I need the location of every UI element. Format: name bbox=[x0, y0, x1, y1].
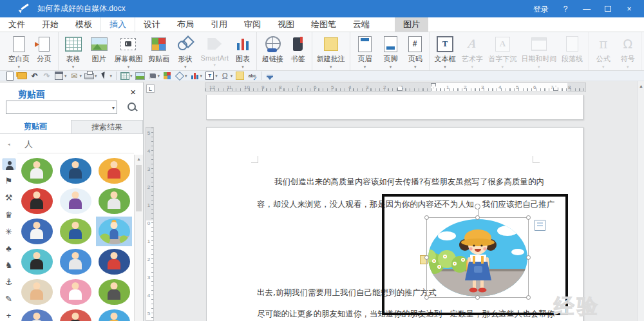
quickbar-item[interactable] bbox=[135, 71, 145, 81]
clipart-thumbnail[interactable] bbox=[60, 219, 91, 244]
quickbar-item[interactable] bbox=[162, 71, 172, 81]
menu-tab[interactable]: 模板 bbox=[67, 17, 100, 32]
quickbar-item[interactable]: ▾ bbox=[205, 71, 218, 81]
resize-handle[interactable] bbox=[424, 255, 429, 260]
quickbar-item[interactable] bbox=[247, 71, 257, 81]
selected-image[interactable] bbox=[426, 217, 529, 298]
quickbar-item[interactable] bbox=[265, 71, 274, 81]
clipart-thumbnail-cell[interactable] bbox=[96, 156, 132, 186]
clipart-thumbnail[interactable] bbox=[21, 309, 53, 321]
clipart-category-icon[interactable]: ✳ bbox=[3, 226, 15, 237]
resize-handle[interactable] bbox=[526, 215, 531, 220]
clipart-thumbnail[interactable] bbox=[60, 188, 91, 214]
help-button[interactable]: ? bbox=[561, 5, 570, 14]
ribbon-button[interactable]: 书签 bbox=[287, 32, 312, 70]
quickbar-item[interactable]: ▾ bbox=[175, 71, 187, 81]
clipart-thumbnail[interactable] bbox=[99, 279, 130, 305]
quickbar-item[interactable]: ✉ ▾ bbox=[70, 71, 82, 81]
tab-stop-selector[interactable]: L bbox=[146, 84, 155, 93]
clipart-thumbnail[interactable] bbox=[21, 219, 53, 244]
resize-handle[interactable] bbox=[475, 215, 480, 220]
clipart-thumbnail[interactable] bbox=[21, 279, 53, 305]
quickbar-item[interactable]: ▾ bbox=[84, 71, 97, 81]
clipart-thumbnail-cell[interactable] bbox=[57, 156, 93, 186]
resize-handle[interactable] bbox=[475, 295, 480, 300]
clipart-thumbnail-cell[interactable] bbox=[96, 277, 132, 307]
rotation-handle[interactable] bbox=[475, 204, 480, 209]
ribbon-button[interactable]: SmartArt ▾ bbox=[198, 32, 231, 70]
quickbar-item[interactable]: ↶ bbox=[30, 71, 39, 81]
ribbon-button[interactable]: 段落线 bbox=[558, 32, 588, 70]
ribbon-button[interactable]: 超链接 bbox=[259, 32, 286, 70]
clipart-thumbnail-cell[interactable] bbox=[57, 307, 93, 321]
ribbon-button[interactable]: 页脚 ▾ bbox=[378, 32, 404, 70]
ribbon-button[interactable]: 图片 bbox=[86, 32, 112, 70]
ribbon-button[interactable]: 首字下沉 ▾ bbox=[486, 32, 519, 70]
menu-tab[interactable]: 视图 bbox=[269, 17, 303, 32]
clipart-category-icon[interactable]: ⚒ bbox=[3, 192, 15, 203]
document-text-line[interactable]: 出去,前期我们需要用上我们自己能想到的推广方式 bbox=[257, 287, 437, 298]
quickbar-item[interactable]: ▾ bbox=[190, 71, 203, 81]
clipart-thumbnail-cell[interactable] bbox=[96, 217, 132, 246]
document-text-line[interactable]: 尽可能的让更多的朋友知道你，当知道你的朋友达到一定数量，那么这些人也会帮你 bbox=[257, 309, 554, 320]
clipart-thumbnail-cell[interactable] bbox=[19, 277, 55, 307]
menu-tab[interactable]: 文件 bbox=[0, 17, 33, 32]
login-button[interactable]: 登录 bbox=[533, 5, 549, 14]
ribbon-button[interactable]: 剪贴画 bbox=[145, 32, 172, 70]
quickbar-item[interactable]: Ω ▾ bbox=[220, 71, 233, 81]
clipart-thumbnail[interactable] bbox=[21, 188, 53, 214]
quickbar-item[interactable] bbox=[261, 72, 261, 80]
menu-tab[interactable]: 绘图笔 bbox=[303, 17, 345, 32]
ribbon-button[interactable]: 日期和时间 ▾ bbox=[519, 32, 558, 70]
ribbon-button[interactable]: 公式 ▾ bbox=[591, 32, 616, 70]
quickbar-item[interactable]: ↷ bbox=[42, 71, 52, 81]
clipart-thumbnail-cell[interactable] bbox=[57, 277, 93, 307]
clipart-category-icon[interactable]: ⚓ bbox=[3, 277, 15, 287]
scroll-up-icon[interactable]: ▲ bbox=[137, 157, 141, 161]
clipart-thumbnail[interactable] bbox=[99, 219, 130, 244]
resize-handle[interactable] bbox=[526, 255, 531, 260]
document-text-line[interactable]: 容，却没人来浏览，没人观看，那是因为你的内容还不为人知，我们应该把自己推广 bbox=[257, 199, 554, 210]
clipart-thumbnail-cell[interactable] bbox=[96, 186, 132, 216]
clipart-thumbnail[interactable] bbox=[21, 249, 53, 275]
menu-tab[interactable]: 开始 bbox=[33, 17, 67, 32]
menu-tab[interactable]: 审阅 bbox=[236, 17, 269, 32]
clipart-thumbnail[interactable] bbox=[60, 249, 91, 275]
clipart-thumbnail-cell[interactable] bbox=[57, 186, 93, 216]
clipart-thumbnail-cell[interactable] bbox=[19, 307, 55, 321]
document-text-line[interactable]: 我们创造出来的高质量内容该如何去传播?有些朋友虽然写了很多高质量的内 bbox=[274, 177, 544, 188]
clipart-thumbnail-cell[interactable] bbox=[19, 156, 55, 186]
document-scrollbar[interactable]: ▲ bbox=[637, 81, 644, 321]
quickbar-item[interactable]: ▾ bbox=[147, 71, 160, 81]
clipart-category-icon[interactable]: ♞ bbox=[3, 260, 15, 271]
ribbon-button[interactable]: 符号 ▾ bbox=[616, 32, 642, 70]
ribbon-button[interactable]: 页码 ▾ bbox=[404, 32, 430, 70]
clipart-category-icon[interactable]: ♛ bbox=[3, 209, 15, 220]
clipart-thumbnail[interactable] bbox=[99, 188, 130, 214]
clipart-search-box[interactable]: ▾ bbox=[6, 101, 117, 114]
clipart-thumbnail-cell[interactable] bbox=[57, 217, 93, 246]
minimize-button[interactable]: — bbox=[582, 5, 591, 14]
ribbon-button[interactable]: 新建批注 ▾ bbox=[314, 32, 350, 70]
quickbar-item[interactable]: ▾ bbox=[54, 71, 67, 81]
panel-close-icon[interactable]: × bbox=[130, 87, 136, 97]
ribbon-button[interactable]: 分页 bbox=[32, 32, 58, 70]
clipart-thumbnail-cell[interactable] bbox=[96, 247, 132, 277]
ribbon-button[interactable]: 空白页 ▾ bbox=[5, 32, 32, 70]
menu-tab[interactable]: 插入 bbox=[100, 17, 135, 32]
search-icon[interactable] bbox=[127, 102, 138, 113]
ribbon-button[interactable]: 表格 ▾ bbox=[61, 32, 86, 70]
clipart-category-icon[interactable] bbox=[3, 159, 15, 170]
clipart-category-icon[interactable]: ✎ bbox=[3, 293, 15, 304]
ribbon-button[interactable]: 屏幕截图 ▾ bbox=[112, 32, 146, 70]
quickbar-item[interactable]: ▾ bbox=[120, 71, 133, 81]
clipart-thumbnail-cell[interactable] bbox=[19, 217, 55, 246]
quickbar-item[interactable] bbox=[235, 71, 245, 81]
clipart-category-icon[interactable]: + bbox=[3, 310, 15, 321]
panel-tab[interactable]: 搜索结果 bbox=[71, 120, 143, 133]
resize-handle[interactable] bbox=[424, 295, 429, 300]
quickbar-item[interactable] bbox=[116, 72, 117, 80]
menu-tab[interactable]: 设计 bbox=[135, 17, 169, 32]
ribbon-button[interactable]: 艺术字 ▾ bbox=[459, 32, 486, 70]
clipart-thumbnail[interactable] bbox=[99, 158, 130, 184]
